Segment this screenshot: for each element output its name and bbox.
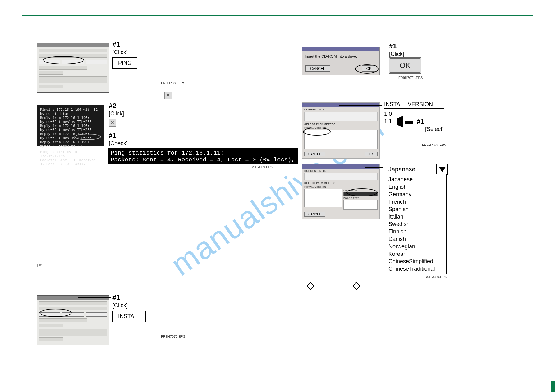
anno-marker: #1 [417, 118, 424, 125]
pointer-icon [37, 261, 42, 266]
cancel-button[interactable]: CANCEL [304, 212, 325, 217]
language-option[interactable]: Norwegian [388, 243, 443, 250]
language-option[interactable]: Finnish [388, 228, 443, 235]
dialog-buttons: CANCEL OK [302, 150, 379, 158]
top-rule [22, 15, 533, 16]
eps-caption: FR9H7069.EPS [249, 165, 273, 169]
language-option[interactable]: Japanese [388, 176, 443, 183]
console-line: Reply from 172.16.1.196: bytes=32 time<1… [40, 124, 101, 132]
language-option[interactable]: Italian [388, 213, 443, 220]
language-select-closed[interactable]: Japanese [385, 164, 448, 175]
cancel-button[interactable]: CANCEL [304, 152, 325, 156]
language-select-open[interactable]: Japanese English Germany French Spanish … [385, 174, 447, 274]
language-option[interactable]: French [388, 198, 443, 205]
language-option[interactable]: ChineseTraditional [388, 265, 443, 273]
dialog-titlebar [302, 47, 379, 51]
cd-check-dialog: Insert the CD-ROM into a drive. CANCEL O… [302, 47, 380, 75]
callout-line [78, 297, 111, 298]
eps-caption: FR9H7080.EPS [423, 275, 447, 279]
anno-marker: #1 [112, 40, 137, 48]
anno-marker: #1 [109, 132, 128, 140]
callout-oval [39, 309, 72, 317]
separator-line [302, 292, 445, 292]
version-items: 1.0 1.1 #1 [Select] [384, 109, 444, 133]
cd-message: Insert the CD-ROM into a drive. [302, 51, 379, 65]
callout-oval [74, 134, 101, 140]
network-settings-dialog-2 [37, 295, 109, 345]
field-row [39, 324, 63, 327]
anno-step2: #2 [Click] [109, 102, 124, 117]
callout-line [339, 105, 382, 106]
language-option[interactable]: ChineseSimplified [388, 258, 443, 265]
eps-caption: FR9H7068.EPS [161, 81, 185, 85]
callout-oval [346, 188, 378, 196]
diamond-bullet-icon [352, 282, 360, 290]
board-list-mini[interactable] [343, 200, 378, 210]
callout-oval [303, 128, 331, 136]
anno-action: [Select] [425, 125, 444, 133]
version-value: 1.1 [384, 118, 392, 124]
ok-button-large[interactable]: OK [389, 57, 421, 74]
ping-button-label[interactable]: PING [112, 57, 137, 69]
anno-action: [Check] [109, 140, 128, 147]
language-option[interactable]: Korean [388, 250, 443, 258]
version-item-selected: 1.1 #1 [384, 118, 444, 125]
close-icon[interactable]: × [109, 119, 116, 127]
current-info-panel [304, 173, 378, 180]
anno-step1: #1 [Click] PING [112, 40, 137, 69]
callout-line [77, 45, 111, 45]
language-option[interactable]: Germany [388, 191, 443, 198]
field-row [39, 318, 87, 322]
ping-stats-strip: Ping statistics for 172.16.1.11: Packets… [108, 148, 298, 164]
field-row [39, 337, 63, 341]
anno-action: [Click] [109, 110, 124, 117]
page-edge-tab [551, 381, 555, 392]
callout-oval [355, 64, 379, 74]
language-option[interactable]: Swedish [388, 220, 443, 228]
callout-line [369, 47, 387, 47]
cancel-button[interactable]: CANCEL [305, 65, 330, 72]
install-button-label[interactable]: INSTALL [112, 311, 146, 322]
version-heading: INSTALL VERSION [384, 101, 444, 109]
eps-caption: FR9H7070.EPS [161, 335, 185, 338]
language-option[interactable]: Danish [388, 235, 443, 243]
field-row [39, 85, 63, 88]
dialog-body [37, 47, 109, 92]
language-selected-value: Japanese [385, 164, 436, 174]
diamond-bullet-icon [306, 282, 314, 290]
current-info-panel [304, 112, 378, 121]
field-row [39, 301, 107, 305]
page: manualshive.com #1 [Click] PING FR9H7068… [0, 0, 555, 392]
ping-stats-line1: Ping statistics for 172.16.1.11: [111, 150, 295, 156]
anno-check: #1 [Check] [109, 132, 128, 147]
callout-line [97, 106, 108, 106]
generic-button[interactable] [86, 60, 107, 64]
section-label: CURRENT INFO. [302, 169, 379, 173]
separator-line [37, 248, 273, 248]
field-row [39, 66, 87, 70]
console-line: Reply from 172.16.1.196: bytes=32 time<1… [40, 140, 101, 148]
close-icon[interactable]: × [164, 92, 172, 99]
ping-stats-line2: Packets: Sent = 4, Received = 4, Lost = … [111, 156, 295, 163]
section-label: CURRENT INFO. [302, 107, 379, 111]
eps-caption: FR9H7071.EPS [398, 76, 423, 79]
version-item: 1.0 [384, 110, 444, 118]
anno-marker: #1 [112, 294, 146, 302]
language-option[interactable]: English [388, 183, 443, 191]
field-row [39, 49, 107, 52]
console-line: Pinging 172.16.1.196 with 32 bytes of da… [40, 108, 101, 116]
section-sublabel: INSTALL VERSION [302, 185, 379, 188]
anno-step3: #1 [Click] INSTALL [112, 294, 146, 322]
install-version-callout: INSTALL VERSION 1.0 1.1 #1 [Select] [384, 101, 444, 133]
version-list-small[interactable] [304, 189, 342, 207]
separator-line [37, 270, 273, 270]
console-line: Reply from 172.16.1.196: bytes=32 time<1… [40, 116, 101, 124]
generic-button[interactable] [86, 312, 107, 317]
console-line: Ping statistics for 172.16.1.196: [40, 150, 101, 158]
ok-button[interactable]: OK [365, 152, 378, 156]
dialog-buttons: CANCEL [302, 210, 379, 219]
eps-caption: FR9H7072.EPS [422, 143, 446, 147]
dialog-body [37, 300, 109, 345]
language-option[interactable]: Spanish [388, 205, 443, 213]
pc-tool-software-dialog-2: CURRENT INFO. SELECT PARAMETERS INSTALL … [302, 164, 380, 219]
